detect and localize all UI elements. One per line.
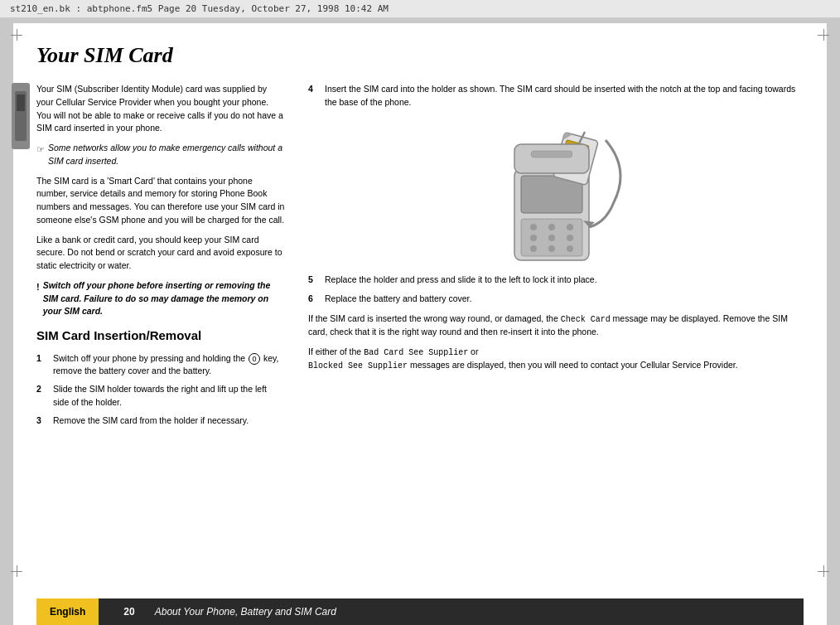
step-6-text: Replace the battery and battery cover. <box>325 293 471 306</box>
svg-point-4 <box>548 224 555 230</box>
note-text: Some networks allow you to make emergenc… <box>48 142 285 168</box>
footer-page-num: 20 <box>123 606 134 618</box>
intro-para-2: The SIM card is a 'Smart Card' that cont… <box>36 175 285 227</box>
steps-list: 1 Switch off your phone by pressing and … <box>36 352 285 428</box>
bad-card-text-2: messages are displayed, then you will ne… <box>410 360 738 370</box>
step-1: 1 Switch off your phone by pressing and … <box>36 352 285 379</box>
intro-para-1: Your SIM (Subscriber Identity Module) ca… <box>36 83 285 135</box>
key-circle-0: 0 <box>249 353 260 365</box>
svg-point-11 <box>567 245 573 252</box>
section-heading: SIM Card Insertion/Removal <box>36 327 285 346</box>
warning-icon: ! <box>36 280 40 294</box>
phone-icon <box>15 91 27 141</box>
right-column: 4 Insert the SIM card into the holder as… <box>308 83 804 598</box>
blocked-code: Blocked See Supplier <box>308 361 408 371</box>
check-card-para: If the SIM card is inserted the wrong wa… <box>308 312 804 339</box>
bad-card-para: If either of the Bad Card See Supplier o… <box>308 346 804 372</box>
step-2: 2 Slide the SIM holder towards the right… <box>36 383 285 409</box>
corner-crosshair-tl <box>8 27 25 43</box>
footer-language: English <box>36 598 99 625</box>
svg-rect-17 <box>514 144 589 173</box>
step-5-num: 5 <box>308 274 320 287</box>
svg-point-8 <box>567 235 573 241</box>
step-6-row: 6 Replace the battery and battery cover. <box>308 293 804 306</box>
svg-point-9 <box>530 245 537 252</box>
step-1-num: 1 <box>36 352 48 379</box>
file-info: st210_en.bk : abtphone.fm5 Page 20 Tuesd… <box>10 3 389 14</box>
step-3-num: 3 <box>36 414 48 428</box>
corner-crosshair-bl <box>8 563 25 579</box>
warning-text: Switch off your phone before inserting o… <box>43 279 285 318</box>
step-2-num: 2 <box>36 383 48 409</box>
step-6-num: 6 <box>308 293 320 306</box>
note-box: ☞ Some networks allow you to make emerge… <box>36 142 285 168</box>
footer-page-title: About Your Phone, Battery and SIM Card <box>155 606 336 618</box>
bad-card-text-1: If either of the <box>308 346 361 356</box>
file-header: st210_en.bk : abtphone.fm5 Page 20 Tuesd… <box>0 0 840 18</box>
step-4-content: 4 Insert the SIM card into the holder as… <box>308 83 804 109</box>
step-1-text: Switch off your phone by pressing and ho… <box>53 352 285 379</box>
page-footer: English 20 About Your Phone, Battery and… <box>36 598 804 625</box>
check-card-code: Check Card <box>561 315 611 324</box>
svg-point-6 <box>530 235 537 241</box>
step-3-text: Remove the SIM card from the holder if n… <box>53 414 249 428</box>
svg-point-3 <box>530 224 537 230</box>
note-icon: ☞ <box>36 143 45 157</box>
left-column: Your SIM (Subscriber Identity Module) ca… <box>36 83 285 598</box>
page-title: Your SIM Card <box>36 43 804 68</box>
bad-card-or: or <box>471 346 478 356</box>
svg-point-5 <box>567 224 573 230</box>
step-2-text: Slide the SIM holder towards the right a… <box>53 383 285 409</box>
content-columns: Your SIM (Subscriber Identity Module) ca… <box>36 83 804 598</box>
step-4-text: Insert the SIM card into the holder as s… <box>325 83 804 109</box>
step-4-row: 4 Insert the SIM card into the holder as… <box>308 83 804 109</box>
page-container: st210_en.bk : abtphone.fm5 Page 20 Tuesd… <box>0 0 840 625</box>
svg-point-10 <box>548 245 555 252</box>
check-card-text-1: If the SIM card is inserted the wrong wa… <box>308 313 558 323</box>
svg-point-7 <box>548 235 555 241</box>
step-4-num: 4 <box>308 83 320 109</box>
warning-box: ! Switch off your phone before inserting… <box>36 279 285 318</box>
phone-illustration <box>465 118 647 267</box>
intro-para-3: Like a bank or credit card, you should k… <box>36 234 285 273</box>
phone-icon-bar <box>12 83 30 149</box>
bad-card-code: Bad Card See Supplier <box>364 348 468 357</box>
step-5-row: 5 Replace the holder and press and slide… <box>308 274 804 287</box>
phone-svg <box>469 119 643 264</box>
corner-crosshair-tr <box>815 27 832 43</box>
svg-rect-18 <box>531 151 572 157</box>
step-5-text: Replace the holder and press and slide i… <box>325 274 597 287</box>
corner-crosshair-br <box>815 563 832 579</box>
step-3: 3 Remove the SIM card from the holder if… <box>36 414 285 428</box>
